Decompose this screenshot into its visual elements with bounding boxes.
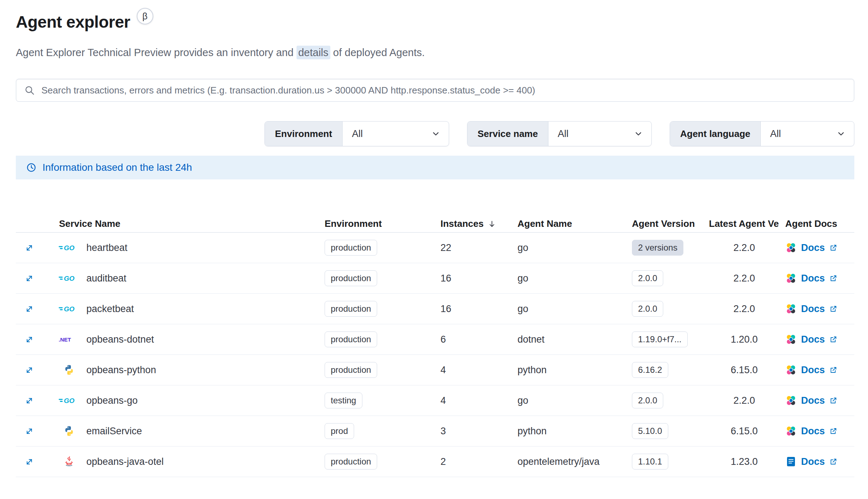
go-icon: GO xyxy=(58,241,80,254)
expand-cell xyxy=(16,239,49,256)
agent-name-cell: go xyxy=(515,395,629,406)
instances-cell: 16 xyxy=(438,303,515,315)
filter-environment-select[interactable]: All xyxy=(343,122,449,146)
col-service-name[interactable]: Service Name xyxy=(49,218,322,229)
expand-row-button[interactable] xyxy=(21,392,37,409)
page-subtitle: Agent Explorer Technical Preview provide… xyxy=(16,47,854,59)
external-link-icon xyxy=(829,457,838,466)
expand-row-button[interactable] xyxy=(21,270,37,287)
agent-docs-cell: Docs xyxy=(782,456,854,467)
expand-cell xyxy=(16,301,49,317)
info-banner-text: Information based on the last 24h xyxy=(42,162,192,173)
environment-badge: production xyxy=(325,331,377,348)
table-row: .NET opbeans-dotnet production 6 dotnet … xyxy=(16,324,854,355)
instances-cell: 16 xyxy=(438,273,515,284)
docs-link-label: Docs xyxy=(801,273,825,284)
agent-docs-link[interactable]: Docs xyxy=(785,303,838,315)
expand-icon xyxy=(24,243,34,253)
col-agent-docs[interactable]: Agent Docs xyxy=(782,218,854,229)
service-name-cell: GO auditbeat xyxy=(49,272,322,285)
latest-agent-version-cell: 6.15.0 xyxy=(706,426,782,437)
svg-text:GO: GO xyxy=(64,305,75,313)
agent-version-cell: 2.0.0 xyxy=(629,270,706,287)
service-name-cell: GO heartbeat xyxy=(49,241,322,254)
go-icon: GO xyxy=(58,272,80,285)
col-latest-agent-version[interactable]: Latest Agent Ve xyxy=(706,218,782,229)
beta-badge: β xyxy=(137,8,153,24)
external-link-icon xyxy=(829,335,838,344)
expand-row-button[interactable] xyxy=(21,301,37,317)
service-name-cell: GO opbeans-go xyxy=(49,394,322,407)
agent-version-badge: 5.10.0 xyxy=(632,423,668,439)
agent-name-cell: go xyxy=(515,242,629,253)
agents-table: Service Name Environment Instances Agent… xyxy=(16,215,854,477)
info-banner: Information based on the last 24h xyxy=(16,156,854,179)
service-name: packetbeat xyxy=(86,303,134,315)
col-instances-label: Instances xyxy=(440,218,484,229)
service-name: opbeans-dotnet xyxy=(86,334,154,345)
agent-docs-cell: Docs xyxy=(782,334,854,345)
docs-link-label: Docs xyxy=(801,334,825,345)
filter-service-name-label: Service name xyxy=(467,122,548,146)
agent-name-cell: go xyxy=(515,273,629,284)
service-name-cell: opbeans-java-otel xyxy=(49,455,322,468)
search-bar[interactable] xyxy=(16,79,854,102)
expand-row-button[interactable] xyxy=(21,331,37,348)
latest-agent-version-cell: 1.23.0 xyxy=(706,456,782,467)
instances-cell: 2 xyxy=(438,456,515,467)
expand-row-button[interactable] xyxy=(21,239,37,256)
agent-docs-link[interactable]: Docs xyxy=(785,395,838,406)
page-header: Agent explorer β xyxy=(16,12,854,32)
agent-name: opentelemetry/java xyxy=(517,456,600,467)
agent-docs-link[interactable]: Docs xyxy=(785,242,838,253)
col-agent-version[interactable]: Agent Version xyxy=(629,218,706,229)
environment-cell: production xyxy=(322,454,438,470)
agent-docs-link[interactable]: Docs xyxy=(785,364,838,376)
external-link-icon xyxy=(829,274,838,283)
instances-value: 2 xyxy=(440,456,446,467)
instances-value: 4 xyxy=(440,365,446,376)
expand-icon xyxy=(24,396,34,406)
expand-cell xyxy=(16,423,49,439)
service-name: auditbeat xyxy=(86,273,126,284)
agent-docs-link[interactable]: Docs xyxy=(785,273,838,284)
col-instances[interactable]: Instances xyxy=(438,218,515,229)
filter-service-name-value: All xyxy=(558,128,569,139)
agent-version-badge: 6.16.2 xyxy=(632,362,668,378)
col-environment[interactable]: Environment xyxy=(322,218,438,229)
agent-docs-cell: Docs xyxy=(782,425,854,437)
external-link-icon xyxy=(829,427,838,435)
latest-agent-version-cell: 2.2.0 xyxy=(706,242,782,253)
agent-docs-link[interactable]: Docs xyxy=(785,425,838,437)
docs-link-label: Docs xyxy=(801,456,825,467)
latest-agent-version: 2.2.0 xyxy=(733,395,755,406)
expand-icon xyxy=(24,304,34,314)
elastic-icon xyxy=(785,425,797,437)
chevron-down-icon xyxy=(431,129,441,139)
docs-link-label: Docs xyxy=(801,426,825,437)
filter-service-name-select[interactable]: All xyxy=(548,122,651,146)
elastic-icon xyxy=(785,273,797,284)
latest-agent-version: 1.23.0 xyxy=(731,456,758,467)
expand-row-button[interactable] xyxy=(21,423,37,439)
filter-bar: Environment All Service name All Agent l… xyxy=(16,121,854,146)
filter-agent-language-select[interactable]: All xyxy=(761,122,854,146)
search-input[interactable] xyxy=(41,85,846,96)
agent-version-badge[interactable]: 2 versions xyxy=(632,240,683,256)
filter-environment-value: All xyxy=(352,128,363,139)
agent-docs-link[interactable]: Docs xyxy=(785,456,838,467)
agent-docs-link[interactable]: Docs xyxy=(785,334,838,345)
latest-agent-version: 6.15.0 xyxy=(731,426,758,437)
latest-agent-version: 2.2.0 xyxy=(733,303,755,315)
service-name-cell: opbeans-python xyxy=(49,363,322,376)
service-name: opbeans-python xyxy=(86,365,156,376)
expand-row-button[interactable] xyxy=(21,362,37,378)
agent-version-badge: 1.10.1 xyxy=(632,454,668,470)
col-agent-name[interactable]: Agent Name xyxy=(515,218,629,229)
expand-row-button[interactable] xyxy=(21,453,37,470)
agent-name-cell: opentelemetry/java xyxy=(515,456,629,467)
environment-badge: production xyxy=(325,301,377,317)
svg-text:GO: GO xyxy=(64,244,75,252)
table-header: Service Name Environment Instances Agent… xyxy=(16,215,854,233)
chevron-down-icon xyxy=(633,129,643,139)
